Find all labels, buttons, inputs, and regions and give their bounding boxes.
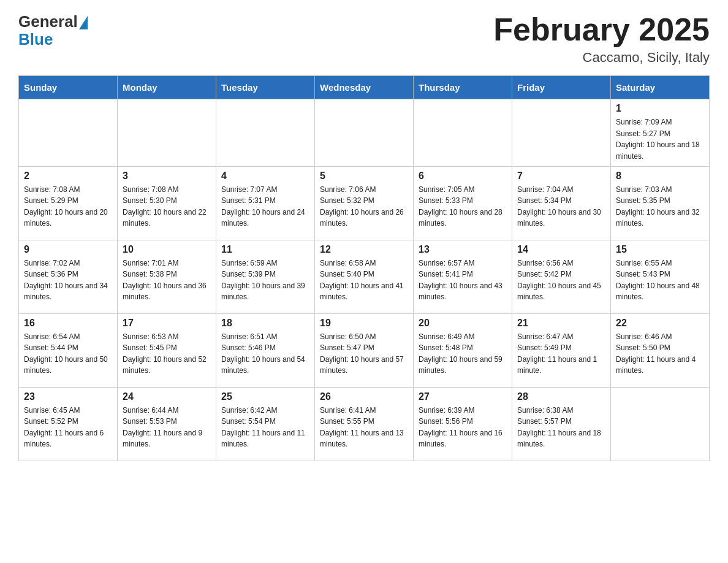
day-number: 27 [419,391,507,402]
day-info: Sunrise: 7:08 AMSunset: 5:29 PMDaylight:… [24,184,112,229]
day-info: Sunrise: 7:01 AMSunset: 5:38 PMDaylight:… [123,258,211,303]
day-info: Sunrise: 6:47 AMSunset: 5:49 PMDaylight:… [517,331,605,377]
day-number: 8 [616,170,704,182]
day-number: 14 [517,244,605,255]
title-block: February 2025 Caccamo, Sicily, Italy [493,12,710,66]
calendar-cell: 23Sunrise: 6:45 AMSunset: 5:52 PMDayligh… [19,387,118,461]
calendar-cell: 9Sunrise: 7:02 AMSunset: 5:36 PMDaylight… [19,240,118,313]
calendar-cell: 13Sunrise: 6:57 AMSunset: 5:41 PMDayligh… [414,240,512,313]
calendar-header-friday: Friday [512,76,611,99]
calendar-cell: 16Sunrise: 6:54 AMSunset: 5:44 PMDayligh… [19,313,118,387]
calendar-week-row: 16Sunrise: 6:54 AMSunset: 5:44 PMDayligh… [19,313,710,387]
calendar-cell: 27Sunrise: 6:39 AMSunset: 5:56 PMDayligh… [414,387,512,461]
day-info: Sunrise: 6:58 AMSunset: 5:40 PMDaylight:… [320,258,408,303]
day-info: Sunrise: 7:08 AMSunset: 5:30 PMDaylight:… [123,184,211,229]
logo-blue-text: Blue [18,30,53,49]
day-info: Sunrise: 6:39 AMSunset: 5:56 PMDaylight:… [419,405,507,450]
day-info: Sunrise: 7:07 AMSunset: 5:31 PMDaylight:… [221,184,309,229]
day-info: Sunrise: 6:38 AMSunset: 5:57 PMDaylight:… [517,405,605,450]
day-number: 1 [616,103,704,114]
calendar-cell: 2Sunrise: 7:08 AMSunset: 5:29 PMDaylight… [19,166,118,240]
day-number: 6 [419,170,507,182]
location-title: Caccamo, Sicily, Italy [493,50,710,66]
calendar-cell: 22Sunrise: 6:46 AMSunset: 5:50 PMDayligh… [611,313,710,387]
calendar-cell: 3Sunrise: 7:08 AMSunset: 5:30 PMDaylight… [118,166,216,240]
day-info: Sunrise: 6:46 AMSunset: 5:50 PMDaylight:… [616,331,704,377]
calendar-cell: 10Sunrise: 7:01 AMSunset: 5:38 PMDayligh… [118,240,216,313]
calendar-cell: 28Sunrise: 6:38 AMSunset: 5:57 PMDayligh… [512,387,611,461]
calendar-table: SundayMondayTuesdayWednesdayThursdayFrid… [18,75,710,461]
day-info: Sunrise: 7:09 AMSunset: 5:27 PMDaylight:… [616,117,704,162]
logo: General Blue [18,12,88,49]
calendar-cell: 18Sunrise: 6:51 AMSunset: 5:46 PMDayligh… [216,313,315,387]
calendar-week-row: 9Sunrise: 7:02 AMSunset: 5:36 PMDaylight… [19,240,710,313]
calendar-header-wednesday: Wednesday [315,76,414,99]
calendar-cell: 1Sunrise: 7:09 AMSunset: 5:27 PMDaylight… [611,99,710,166]
calendar-cell [611,387,710,461]
calendar-cell: 25Sunrise: 6:42 AMSunset: 5:54 PMDayligh… [216,387,315,461]
calendar-cell: 12Sunrise: 6:58 AMSunset: 5:40 PMDayligh… [315,240,414,313]
calendar-week-row: 1Sunrise: 7:09 AMSunset: 5:27 PMDaylight… [19,99,710,166]
day-info: Sunrise: 6:55 AMSunset: 5:43 PMDaylight:… [616,258,704,303]
calendar-week-row: 2Sunrise: 7:08 AMSunset: 5:29 PMDaylight… [19,166,710,240]
calendar-cell: 19Sunrise: 6:50 AMSunset: 5:47 PMDayligh… [315,313,414,387]
day-info: Sunrise: 7:02 AMSunset: 5:36 PMDaylight:… [24,258,112,303]
day-number: 23 [24,391,112,402]
calendar-header-tuesday: Tuesday [216,76,315,99]
day-number: 10 [123,244,211,255]
day-number: 19 [320,318,408,329]
day-info: Sunrise: 7:06 AMSunset: 5:32 PMDaylight:… [320,184,408,229]
day-info: Sunrise: 6:56 AMSunset: 5:42 PMDaylight:… [517,258,605,303]
calendar-header-monday: Monday [118,76,216,99]
calendar-cell: 24Sunrise: 6:44 AMSunset: 5:53 PMDayligh… [118,387,216,461]
day-info: Sunrise: 6:50 AMSunset: 5:47 PMDaylight:… [320,331,408,377]
day-number: 28 [517,391,605,402]
day-number: 17 [123,318,211,329]
day-info: Sunrise: 6:41 AMSunset: 5:55 PMDaylight:… [320,405,408,450]
day-info: Sunrise: 6:49 AMSunset: 5:48 PMDaylight:… [419,331,507,377]
day-number: 25 [221,391,309,402]
day-number: 16 [24,318,112,329]
day-number: 13 [419,244,507,255]
calendar-header-sunday: Sunday [19,76,118,99]
logo-general-text: General [18,12,78,31]
calendar-cell: 8Sunrise: 7:03 AMSunset: 5:35 PMDaylight… [611,166,710,240]
day-info: Sunrise: 6:45 AMSunset: 5:52 PMDaylight:… [24,405,112,450]
day-number: 24 [123,391,211,402]
page-header: General Blue February 2025 Caccamo, Sici… [18,12,710,66]
calendar-week-row: 23Sunrise: 6:45 AMSunset: 5:52 PMDayligh… [19,387,710,461]
day-number: 18 [221,318,309,329]
calendar-cell: 26Sunrise: 6:41 AMSunset: 5:55 PMDayligh… [315,387,414,461]
day-info: Sunrise: 6:44 AMSunset: 5:53 PMDaylight:… [123,405,211,450]
day-info: Sunrise: 7:05 AMSunset: 5:33 PMDaylight:… [419,184,507,229]
calendar-cell: 14Sunrise: 6:56 AMSunset: 5:42 PMDayligh… [512,240,611,313]
day-info: Sunrise: 6:42 AMSunset: 5:54 PMDaylight:… [221,405,309,450]
calendar-cell [118,99,216,166]
day-number: 26 [320,391,408,402]
calendar-cell: 15Sunrise: 6:55 AMSunset: 5:43 PMDayligh… [611,240,710,313]
day-info: Sunrise: 7:03 AMSunset: 5:35 PMDaylight:… [616,184,704,229]
day-info: Sunrise: 6:53 AMSunset: 5:45 PMDaylight:… [123,331,211,377]
calendar-cell [19,99,118,166]
calendar-cell: 20Sunrise: 6:49 AMSunset: 5:48 PMDayligh… [414,313,512,387]
day-number: 11 [221,244,309,255]
day-info: Sunrise: 6:54 AMSunset: 5:44 PMDaylight:… [24,331,112,377]
calendar-header-row: SundayMondayTuesdayWednesdayThursdayFrid… [19,76,710,99]
calendar-cell: 7Sunrise: 7:04 AMSunset: 5:34 PMDaylight… [512,166,611,240]
day-number: 9 [24,244,112,255]
day-number: 4 [221,170,309,182]
calendar-cell [315,99,414,166]
month-title: February 2025 [493,12,710,47]
calendar-header-thursday: Thursday [414,76,512,99]
day-number: 7 [517,170,605,182]
day-number: 3 [123,170,211,182]
calendar-cell [216,99,315,166]
calendar-cell: 11Sunrise: 6:59 AMSunset: 5:39 PMDayligh… [216,240,315,313]
day-info: Sunrise: 7:04 AMSunset: 5:34 PMDaylight:… [517,184,605,229]
day-number: 15 [616,244,704,255]
day-info: Sunrise: 6:51 AMSunset: 5:46 PMDaylight:… [221,331,309,377]
calendar-cell: 6Sunrise: 7:05 AMSunset: 5:33 PMDaylight… [414,166,512,240]
day-number: 2 [24,170,112,182]
day-info: Sunrise: 6:59 AMSunset: 5:39 PMDaylight:… [221,258,309,303]
logo-triangle-icon [79,16,88,29]
